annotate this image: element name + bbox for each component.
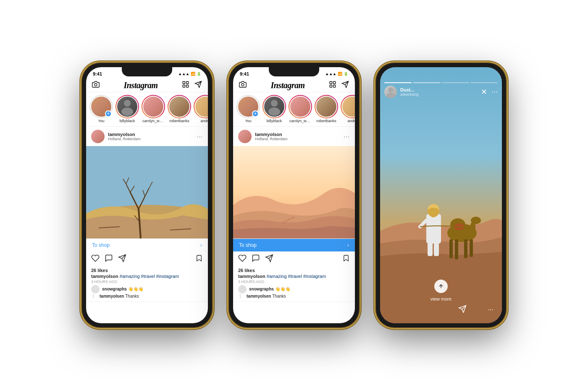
story-item-carolyn-1[interactable]: carolyn_welch: [142, 96, 164, 123]
story-avatar-billy-1: [116, 96, 138, 118]
svg-point-53: [386, 93, 395, 98]
story-item-billy-2[interactable]: billyblack: [263, 96, 285, 123]
to-shop-bar-1[interactable]: To shop ›: [86, 238, 208, 251]
wifi-icon-2: 📶: [338, 72, 342, 76]
activity-icon-2[interactable]: [329, 81, 336, 90]
post-actions-left-2: [238, 254, 273, 264]
post-avatar-1: [91, 130, 105, 143]
story-dots-icon[interactable]: ···: [488, 306, 494, 314]
notch-2: [269, 67, 319, 76]
story-more-icon[interactable]: ···: [491, 87, 498, 97]
caption-1: tammyolson #amazing #travel #instagram: [91, 274, 203, 279]
to-shop-bar-2[interactable]: To shop ›: [233, 238, 355, 251]
dm-icon-2[interactable]: [341, 81, 349, 90]
story-name-robert-2: robertbanks: [315, 119, 337, 123]
story-close-icon[interactable]: ✕: [481, 87, 487, 97]
post-avatar-2: [238, 130, 252, 143]
story-item-robert-2[interactable]: robertbanks: [315, 96, 337, 123]
comment-row-2a: snowgraphs 👋👋👋: [238, 285, 350, 293]
svg-point-30: [268, 107, 280, 116]
ig-header-icons-2: [329, 81, 349, 90]
caption-tags-1: #amazing #travel #instagram: [118, 274, 179, 279]
progress-segment-2: [413, 82, 440, 83]
bookmark-icon-1[interactable]: [195, 254, 203, 264]
post-image-2: [233, 146, 355, 238]
caption-username-2: tammyolson: [238, 274, 265, 279]
dm-icon-1[interactable]: [194, 81, 202, 90]
svg-point-5: [124, 100, 131, 107]
comment-text-2b: Thanks: [271, 294, 286, 298]
story-name-andre-1: andre: [194, 119, 208, 123]
bookmark-icon-2[interactable]: [342, 254, 350, 264]
status-time-2: 9:41: [240, 71, 249, 76]
story-name-billy-1: billyblack: [116, 119, 138, 123]
svg-rect-45: [470, 222, 475, 237]
svg-point-0: [94, 84, 97, 86]
signal-icon-2: ▲▲▲: [325, 72, 336, 76]
status-time-1: 9:41: [93, 71, 102, 76]
story-header-icons: ✕ ···: [481, 87, 498, 97]
story-ring-carolyn-2: [289, 95, 312, 118]
post-username-2: tammyolson: [255, 132, 288, 137]
share-icon-1[interactable]: [118, 254, 126, 264]
story-item-billy-1[interactable]: billyblack: [116, 96, 138, 123]
post-1: tammyolson Holland, Rotterdam ···: [86, 127, 208, 302]
desert-scene-1: [86, 146, 208, 238]
phone-1-screen: 9:41 ▲▲▲ 📶 🔋 Instagram: [86, 67, 208, 323]
story-item-robert-1[interactable]: robertbanks: [168, 96, 190, 123]
share-icon-2[interactable]: [265, 254, 273, 264]
like-icon-2[interactable]: [238, 254, 247, 264]
comment-row-2b: tammyolsen Thanks: [240, 294, 350, 298]
story-item-you-2[interactable]: + You: [237, 96, 259, 123]
svg-point-33: [285, 220, 287, 222]
story-ring-robert-1: [168, 95, 191, 118]
story-name-carolyn-1: carolyn_welch: [142, 119, 164, 123]
story-item-carolyn-2[interactable]: carolyn_welch: [289, 96, 311, 123]
story-item-andre-1[interactable]: andre: [194, 96, 208, 123]
comment-row-1b: tammyolsen Thanks: [93, 294, 203, 298]
post-actions-2: [233, 251, 355, 267]
story-send-icon[interactable]: [458, 305, 467, 315]
activity-icon-1[interactable]: [182, 81, 189, 90]
story-item-andre-2[interactable]: andre: [341, 96, 355, 123]
svg-rect-4: [186, 85, 189, 87]
camera-icon-1[interactable]: [92, 81, 100, 90]
story-view-more-label: view more: [430, 296, 452, 301]
story-up-button[interactable]: [434, 280, 448, 293]
comment-icon-2[interactable]: [252, 254, 260, 264]
story-user-info[interactable]: Dust... advertising: [384, 86, 419, 98]
post-more-1[interactable]: ···: [197, 133, 203, 140]
stories-row-2: + You billyblack: [233, 92, 355, 127]
progress-segment-1: [384, 82, 412, 83]
comment-icon-1[interactable]: [105, 254, 113, 264]
signal-icon: ▲▲▲: [178, 72, 189, 76]
desert-svg-2: [233, 146, 355, 238]
comment-avatar-2a: [238, 285, 247, 293]
story-item-you-1[interactable]: + You: [90, 96, 112, 123]
post-more-2[interactable]: ···: [344, 133, 350, 140]
comment-text-1b: Thanks: [124, 294, 139, 298]
notch-3: [416, 67, 466, 76]
story-avatar-robert-1: [168, 96, 190, 118]
story-name-you-2: You: [237, 119, 259, 123]
like-icon-1[interactable]: [91, 254, 100, 264]
phones-container: 9:41 ▲▲▲ 📶 🔋 Instagram: [82, 63, 506, 327]
svg-rect-2: [186, 81, 189, 84]
notch-1: [122, 67, 172, 76]
svg-rect-25: [330, 81, 332, 84]
story-header: Dust... advertising ✕ ···: [384, 86, 498, 98]
progress-segment-4: [470, 82, 498, 83]
battery-icon: 🔋: [197, 72, 201, 76]
svg-rect-49: [464, 239, 467, 258]
story-ring-robert-2: [315, 95, 338, 118]
phone-3: Dust... advertising ✕ ··· view more: [376, 63, 506, 327]
post-footer-2: 26 likes tammyolson #amazing #travel #in…: [233, 267, 355, 301]
story-view-3: Dust... advertising ✕ ··· view more: [380, 67, 502, 323]
story-ring-carolyn-1: [142, 95, 165, 118]
likes-count-2: 26 likes: [238, 268, 350, 273]
status-icons-1: ▲▲▲ 📶 🔋: [178, 72, 201, 76]
camera-icon-2[interactable]: [239, 81, 247, 90]
story-name-andre-2: andre: [341, 119, 355, 123]
svg-rect-50: [470, 239, 473, 257]
post-footer-1: 26 likes tammyolson #amazing #travel #in…: [86, 267, 208, 301]
